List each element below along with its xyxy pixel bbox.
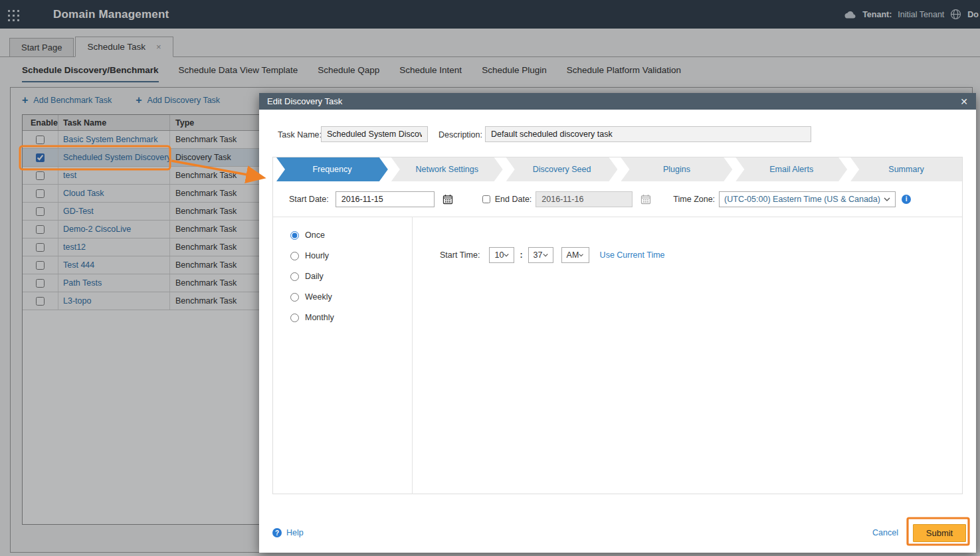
frequency-radio[interactable] xyxy=(290,293,299,302)
frequency-radio[interactable] xyxy=(290,252,299,260)
hour-select[interactable]: 10 xyxy=(489,247,514,263)
task-name-input[interactable] xyxy=(321,126,428,142)
meridiem-select[interactable]: AM xyxy=(561,247,589,263)
wizard-content-box: Frequency Network Settings Discovery See… xyxy=(272,157,963,494)
submit-button[interactable]: Submit xyxy=(913,524,966,542)
frequency-radio[interactable] xyxy=(290,314,299,322)
frequency-option[interactable]: Once xyxy=(290,229,412,241)
wizard-steps: Frequency Network Settings Discovery See… xyxy=(273,157,962,181)
frequency-option-label: Once xyxy=(305,231,325,240)
time-zone-select[interactable]: (UTC-05:00) Eastern Time (US & Canada) xyxy=(719,191,896,207)
start-time-label: Start Time: xyxy=(440,250,480,260)
wizard-step-tab[interactable]: Plugins xyxy=(621,157,732,181)
wizard-step-tab[interactable]: Discovery Seed xyxy=(506,157,618,181)
wizard-step-tab[interactable]: Network Settings xyxy=(391,157,503,181)
frequency-option-label: Hourly xyxy=(305,251,329,260)
description-label: Description: xyxy=(439,126,482,143)
start-time-row: Start Time: 10 : 37 AM xyxy=(440,247,665,263)
calendar-icon xyxy=(640,194,651,205)
minute-select[interactable]: 37 xyxy=(528,247,553,263)
chevron-down-icon xyxy=(884,197,890,201)
hour-value: 10 xyxy=(494,250,504,260)
dialog-close-icon[interactable]: ✕ xyxy=(960,96,968,107)
frequency-radio[interactable] xyxy=(290,272,299,281)
time-separator: : xyxy=(520,250,522,260)
end-date-checkbox[interactable] xyxy=(482,195,490,203)
wizard-step-tab[interactable]: Summary xyxy=(850,157,962,181)
dialog-footer: ? Help Cancel Submit xyxy=(272,519,966,546)
chevron-down-icon xyxy=(543,253,548,257)
frequency-option-label: Monthly xyxy=(305,313,334,322)
frequency-detail-panel: Start Time: 10 : 37 AM xyxy=(413,217,962,494)
start-date-label: Start Date: xyxy=(289,195,329,204)
time-zone-label: Time Zone: xyxy=(673,195,715,204)
info-icon[interactable]: i xyxy=(902,195,911,204)
wizard-step-tab[interactable]: Frequency xyxy=(276,157,388,181)
dialog-titlebar: Edit Discovery Task ✕ xyxy=(259,93,976,110)
chevron-down-icon xyxy=(579,253,583,257)
wizard-step-tab[interactable]: Email Alerts xyxy=(735,157,847,181)
calendar-icon[interactable] xyxy=(442,194,453,205)
frequency-option[interactable]: Weekly xyxy=(290,291,412,303)
use-current-time-link[interactable]: Use Current Time xyxy=(600,250,665,260)
frequency-option[interactable]: Monthly xyxy=(290,312,412,324)
meridiem-value: AM xyxy=(567,250,579,260)
help-icon: ? xyxy=(272,528,282,537)
end-date-label: End Date: xyxy=(495,195,532,204)
frequency-options: Once Hourly Daily xyxy=(273,217,413,494)
end-date-input xyxy=(536,191,633,207)
frequency-option[interactable]: Daily xyxy=(290,270,412,282)
frequency-option[interactable]: Hourly xyxy=(290,250,412,262)
cancel-button[interactable]: Cancel xyxy=(872,528,898,537)
edit-discovery-task-dialog: Edit Discovery Task ✕ Task Name: Descrip… xyxy=(259,93,976,553)
task-name-label: Task Name: xyxy=(278,126,322,143)
start-date-input[interactable] xyxy=(336,191,435,207)
time-zone-value: (UTC-05:00) Eastern Time (US & Canada) xyxy=(724,195,880,204)
minute-value: 37 xyxy=(534,250,543,260)
chevron-down-icon xyxy=(504,253,509,257)
schedule-date-row: Start Date: End Date: Time Zone: (UTC-05… xyxy=(273,181,962,217)
help-label: Help xyxy=(286,528,304,537)
help-link[interactable]: ? Help xyxy=(272,528,304,537)
frequency-option-label: Weekly xyxy=(305,292,332,302)
app-screen: Domain Management Tenant: Initial Tenant… xyxy=(0,0,980,556)
dialog-title: Edit Discovery Task xyxy=(267,96,342,106)
task-fields-row: Task Name: Description: xyxy=(259,126,976,143)
frequency-option-label: Daily xyxy=(305,272,324,281)
description-input[interactable] xyxy=(485,126,811,142)
frequency-body: Once Hourly Daily xyxy=(273,217,962,494)
frequency-radio[interactable] xyxy=(290,231,299,240)
